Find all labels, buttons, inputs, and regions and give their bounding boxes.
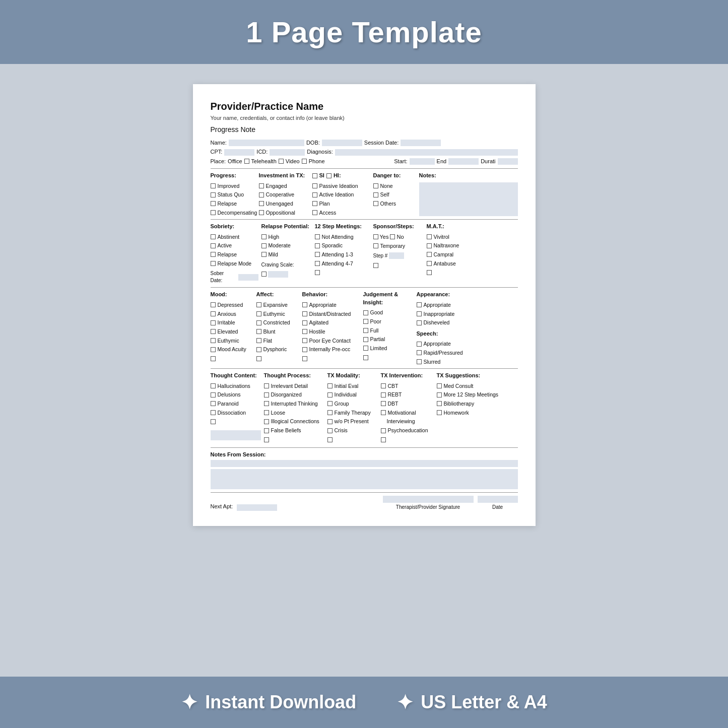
hi-label: HI:: [334, 172, 341, 179]
mental-status-row: Mood: Depressed Anxious Irritable Elevat…: [211, 291, 518, 365]
top-banner: 1 Page Template: [0, 0, 728, 64]
telehealth-cb[interactable]: [279, 159, 284, 164]
progress-section: Progress: Improved Status Quo Relapse De…: [211, 172, 256, 216]
tx-modality-header: TX Modality:: [327, 372, 378, 379]
end-label: End: [437, 158, 447, 165]
notes-from-session-field-2[interactable]: [211, 469, 518, 489]
tx-intervention-header: TX Intervention:: [381, 372, 434, 379]
star-icon-1: ✦: [181, 691, 198, 714]
cb-engaged: Engaged: [259, 182, 309, 190]
bottom-item-2-label: US Letter & A4: [421, 692, 547, 713]
duration-label: Durati: [481, 158, 495, 165]
mat-section: M.A.T.: Vivitrol Naltraxone Campral Anta…: [427, 223, 518, 284]
cb-status-quo: Status Quo: [211, 191, 256, 198]
appearance-section: Appearance: Appropriate Inappropriate Di…: [417, 291, 518, 365]
signature-label: Therapist/Provider Signature: [383, 504, 474, 511]
name-field[interactable]: [229, 140, 304, 146]
next-apt-field[interactable]: [237, 504, 277, 511]
signature-field[interactable]: [383, 496, 474, 503]
start-field[interactable]: [410, 158, 435, 165]
si-hi-section: SI HI: Passive Ideation Active Ideation …: [312, 172, 370, 216]
sponsor-header: Sponsor/Steps:: [373, 223, 424, 230]
investment-header: Investment in TX:: [259, 172, 309, 179]
session-date-field[interactable]: [401, 140, 441, 146]
middle-area: Provider/Practice Name Your name, creden…: [0, 64, 728, 677]
tx-intervention-section: TX Intervention: CBT REBT DBT Motivation…: [381, 372, 434, 444]
tx-modality-section: TX Modality: Initial Eval Individual Gro…: [327, 372, 378, 444]
cb-improved: Improved: [211, 182, 256, 190]
video-label: Video: [286, 158, 300, 165]
affect-section: Affect: Expansive Euthymic Constricted B…: [256, 291, 299, 365]
sponsor-section: Sponsor/Steps: Yes No Temporary Step #: [373, 223, 424, 284]
footer-row: Next Apt: Therapist/Provider Signature D…: [211, 496, 518, 511]
office-cb[interactable]: [244, 159, 249, 164]
bottom-banner: ✦ Instant Download ✦ US Letter & A4: [0, 677, 728, 728]
thought-process-section: Thought Process: Irrelevant Detail Disor…: [264, 372, 324, 444]
date-field[interactable]: [478, 496, 518, 503]
telehealth-label: Telehealth: [251, 158, 277, 165]
tx-suggestions-section: TX Suggestions: Med Consult More 12 Step…: [437, 372, 518, 444]
phone-label: Phone: [309, 158, 325, 165]
star-icon-2: ✦: [396, 691, 414, 714]
dob-field[interactable]: [322, 140, 362, 146]
bottom-item-1: ✦ Instant Download: [181, 691, 356, 714]
step-meetings-header: 12 Step Meetings:: [315, 223, 370, 230]
sober-date-field[interactable]: [238, 274, 258, 281]
sobriety-row: Sobriety: Abstinent Active Relapse Relap…: [211, 223, 518, 284]
cb-oppositional: Oppositional: [259, 209, 309, 217]
no-label: No: [396, 233, 404, 241]
notes-label: Notes:: [419, 172, 518, 179]
icd-field[interactable]: [270, 149, 305, 156]
behavior-section: Behavior: Appropriate Distant/Distracted…: [302, 291, 360, 365]
bottom-item-1-label: Instant Download: [205, 692, 356, 713]
session-date-label: Session Date:: [364, 139, 399, 147]
date-label: Date: [478, 504, 518, 511]
cb-none: None: [373, 182, 416, 190]
craving-field[interactable]: [268, 271, 288, 278]
thought-content-section: Thought Content: Hallucinations Delusion…: [211, 372, 261, 444]
name-label: Name:: [211, 139, 227, 147]
next-apt-label: Next Apt:: [211, 503, 233, 510]
cpt-label: CPT:: [211, 148, 223, 156]
notes-section: Notes:: [419, 172, 518, 216]
behavior-header: Behavior:: [302, 291, 360, 298]
hi-cb[interactable]: [326, 173, 332, 178]
relapse-potential-section: Relapse Potential: High Moderate Mild Cr…: [261, 223, 312, 284]
icd-label: ICD:: [256, 148, 268, 156]
step-meetings-section: 12 Step Meetings: Not Attending Sporadic…: [315, 223, 370, 284]
diagnosis-field[interactable]: [335, 149, 518, 156]
cb-passive-ideation: Passive Ideation: [312, 182, 370, 190]
si-label: SI: [319, 172, 324, 179]
end-field[interactable]: [448, 158, 479, 165]
si-cb[interactable]: [312, 173, 317, 178]
place-label: Place:: [211, 158, 226, 165]
step-field[interactable]: [389, 252, 404, 259]
thought-process-header: Thought Process:: [264, 372, 324, 379]
cb-self: Self: [373, 191, 416, 198]
appearance-header: Appearance:: [417, 291, 518, 298]
sobriety-header: Sobriety:: [211, 223, 258, 230]
date-block: Date: [478, 496, 518, 511]
cb-relapse: Relapse: [211, 200, 256, 208]
notes-field[interactable]: [419, 182, 518, 217]
thought-content-field[interactable]: [211, 430, 261, 440]
speech-header: Speech:: [417, 330, 518, 338]
video-cb[interactable]: [302, 159, 307, 164]
cb-unengaged: Unengaged: [259, 200, 309, 208]
craving-label: Craving Scale:: [261, 261, 294, 269]
mood-header: Mood:: [211, 291, 253, 298]
cpt-field[interactable]: [224, 149, 254, 156]
sober-date-label: Sober Date:: [211, 270, 237, 284]
notes-from-session-field-1[interactable]: [211, 460, 518, 467]
duration-field[interactable]: [498, 158, 518, 165]
judgement-header: Judgement & Insight:: [363, 291, 414, 306]
step-label: Step #: [373, 252, 388, 259]
investment-section: Investment in TX: Engaged Cooperative Un…: [259, 172, 309, 216]
sobriety-section: Sobriety: Abstinent Active Relapse Relap…: [211, 223, 258, 284]
cpt-row: CPT: ICD: Diagnosis:: [211, 148, 518, 156]
danger-header: Danger to:: [373, 172, 416, 179]
judgement-section: Judgement & Insight: Good Poor Full Part…: [363, 291, 414, 365]
progress-header: Progress:: [211, 172, 256, 179]
bottom-item-2: ✦ US Letter & A4: [396, 691, 547, 714]
signature-block: Therapist/Provider Signature: [383, 496, 474, 511]
